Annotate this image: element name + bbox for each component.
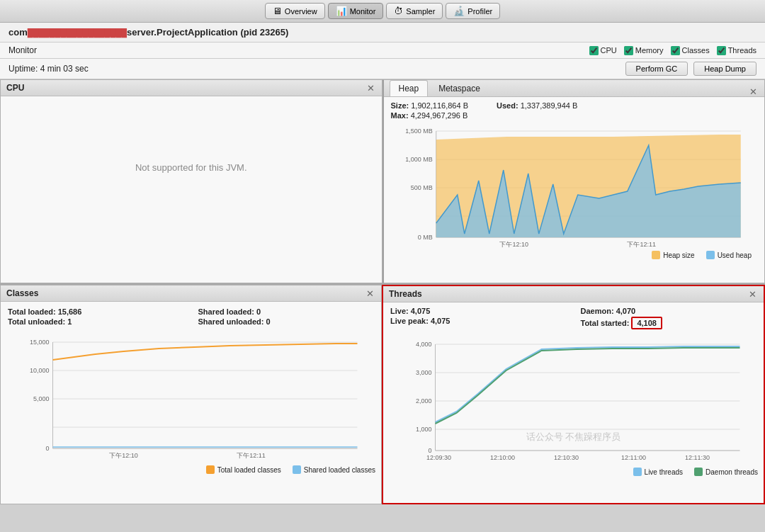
total-loaded-label: Total loaded: bbox=[8, 307, 56, 316]
toolbar-profiler-btn[interactable]: 🔬 Profiler bbox=[446, 3, 500, 19]
heap-panel-content: Size: 1,902,116,864 B Max: 4,294,967,296… bbox=[384, 97, 765, 266]
shared-loaded-label: Shared loaded: bbox=[198, 307, 254, 316]
svg-text:0: 0 bbox=[45, 445, 49, 452]
heap-chart: 1,500 MB 1,000 MB 500 MB 0 MB 下午12:10 下午… bbox=[391, 124, 758, 248]
cpu-checkbox[interactable] bbox=[589, 46, 599, 55]
total-started-label: Total started: bbox=[581, 319, 630, 327]
svg-text:15,000: 15,000 bbox=[30, 339, 50, 346]
threads-panel-title: Threads bbox=[389, 289, 422, 299]
tab-metaspace[interactable]: Metaspace bbox=[429, 80, 489, 96]
memory-checkbox-label: Memory bbox=[635, 46, 664, 55]
app-title: com██████████████████server.ProjectAppli… bbox=[8, 27, 288, 38]
tab-heap[interactable]: Heap bbox=[390, 80, 429, 96]
shared-unloaded-value: 0 bbox=[266, 317, 270, 326]
svg-text:2,000: 2,000 bbox=[416, 397, 432, 404]
toolbar-monitor-label: Monitor bbox=[350, 7, 376, 16]
cpu-checkbox-label: CPU bbox=[601, 46, 617, 55]
svg-text:下午12:10: 下午12:10 bbox=[499, 241, 528, 248]
heap-stat-right: Used: 1,337,389,944 B bbox=[497, 101, 577, 120]
monitor-label: Monitor bbox=[8, 45, 37, 55]
total-loaded-value: 15,686 bbox=[58, 307, 82, 316]
monitor-icon: 📊 bbox=[336, 6, 347, 16]
svg-text:下午12:11: 下午12:11 bbox=[237, 452, 266, 459]
svg-text:12:10:30: 12:10:30 bbox=[554, 454, 579, 461]
threads-checkbox[interactable] bbox=[717, 46, 726, 55]
svg-text:500 MB: 500 MB bbox=[410, 184, 432, 191]
shared-loaded-dot bbox=[293, 465, 301, 474]
classes-chart: 15,000 10,000 5,000 0 下午12:10 下午12:11 bbox=[6, 332, 375, 463]
perform-gc-button[interactable]: Perform GC bbox=[625, 62, 688, 76]
heap-panel: Heap Metaspace ✕ Size: 1,902,116,864 B M… bbox=[382, 79, 766, 283]
total-unloaded-value: 1 bbox=[67, 317, 72, 326]
profiler-icon: 🔬 bbox=[453, 6, 465, 16]
shared-classes-legend-label: Shared loaded classes bbox=[304, 466, 375, 474]
uptime-actions: Perform GC Heap Dump bbox=[625, 62, 756, 76]
toolbar-overview-label: Overview bbox=[285, 7, 317, 16]
legend-total-loaded: Total loaded classes bbox=[206, 465, 281, 474]
svg-text:1,000 MB: 1,000 MB bbox=[405, 156, 433, 163]
used-stat: Used: 1,337,389,944 B bbox=[497, 101, 577, 110]
toolbar-overview-btn[interactable]: 🖥 Overview bbox=[265, 3, 325, 19]
memory-checkbox[interactable] bbox=[624, 46, 633, 55]
memory-checkbox-item: Memory bbox=[624, 46, 664, 55]
legend-shared-loaded: Shared loaded classes bbox=[293, 465, 375, 474]
toolbar-sampler-label: Sampler bbox=[406, 7, 435, 16]
live-threads-dot bbox=[633, 468, 642, 476]
uptime-display: Uptime: 4 min 03 sec bbox=[8, 64, 89, 74]
cpu-panel-close[interactable]: ✕ bbox=[366, 84, 376, 93]
heap-legend: Heap size Used heap bbox=[391, 248, 758, 262]
used-heap-label: Used heap bbox=[718, 251, 752, 259]
checkboxes-group: CPU Memory Classes Threads bbox=[589, 46, 756, 55]
classes-panel-header: Classes ✕ bbox=[1, 285, 381, 302]
threads-panel: Threads ✕ Live: 4,075 Daemon: 4,070 Live… bbox=[382, 285, 765, 504]
threads-checkbox-item: Threads bbox=[717, 46, 756, 55]
heap-size-label: Heap size bbox=[663, 251, 694, 259]
svg-text:0: 0 bbox=[428, 447, 431, 454]
live-peak-label: Live peak: bbox=[390, 317, 429, 325]
svg-text:10,000: 10,000 bbox=[30, 367, 50, 374]
svg-text:1,500 MB: 1,500 MB bbox=[405, 128, 433, 135]
classes-panel: Classes ✕ Total loaded: 15,686 Shared lo… bbox=[0, 285, 382, 504]
daemon-threads-legend-label: Daemon threads bbox=[706, 468, 758, 476]
classes-checkbox[interactable] bbox=[671, 46, 680, 55]
toolbar: 🖥 Overview 📊 Monitor ⏱ Sampler 🔬 Profile… bbox=[0, 0, 765, 23]
heap-panel-close[interactable]: ✕ bbox=[748, 87, 759, 96]
heap-stats: Size: 1,902,116,864 B Max: 4,294,967,296… bbox=[391, 101, 758, 120]
shared-unloaded-label: Shared unloaded: bbox=[198, 317, 264, 326]
live-stat: Live: 4,075 bbox=[390, 307, 567, 315]
live-value: 4,075 bbox=[411, 307, 431, 315]
legend-live-threads: Live threads bbox=[633, 468, 683, 476]
bottom-row: Classes ✕ Total loaded: 15,686 Shared lo… bbox=[0, 285, 765, 504]
svg-text:5,000: 5,000 bbox=[33, 395, 50, 402]
svg-text:0 MB: 0 MB bbox=[417, 234, 432, 241]
classes-checkbox-item: Classes bbox=[671, 46, 710, 55]
daemon-value: 4,070 bbox=[616, 307, 636, 315]
total-started-value: 4,108 bbox=[631, 317, 662, 329]
threads-panel-close[interactable]: ✕ bbox=[747, 290, 758, 299]
shared-loaded-value: 0 bbox=[256, 307, 261, 316]
sampler-icon: ⏱ bbox=[394, 6, 403, 16]
heap-size-dot bbox=[652, 251, 660, 259]
used-label: Used: bbox=[497, 101, 518, 110]
max-label: Max: bbox=[391, 111, 409, 120]
total-unloaded-label: Total unloaded: bbox=[8, 317, 65, 326]
size-value: 1,902,116,864 B bbox=[411, 101, 468, 110]
toolbar-sampler-btn[interactable]: ⏱ Sampler bbox=[386, 3, 443, 19]
daemon-threads-dot bbox=[694, 468, 703, 476]
heap-dump-button[interactable]: Heap Dump bbox=[693, 62, 756, 76]
classes-panel-close[interactable]: ✕ bbox=[365, 289, 375, 298]
legend-daemon-threads: Daemon threads bbox=[694, 468, 758, 476]
heap-tabs: Heap Metaspace ✕ bbox=[384, 80, 765, 97]
svg-text:12:11:00: 12:11:00 bbox=[621, 454, 646, 461]
svg-text:12:11:30: 12:11:30 bbox=[685, 454, 710, 461]
toolbar-monitor-btn[interactable]: 📊 Monitor bbox=[328, 3, 384, 19]
uptime-label: Uptime: bbox=[8, 64, 38, 74]
total-started-stat: Total started: 4,108 bbox=[581, 317, 757, 329]
heap-stat-left: Size: 1,902,116,864 B Max: 4,294,967,296… bbox=[391, 101, 469, 120]
svg-text:4,000: 4,000 bbox=[416, 341, 432, 348]
title-bar: com██████████████████server.ProjectAppli… bbox=[0, 23, 765, 43]
max-stat: Max: 4,294,967,296 B bbox=[391, 111, 469, 120]
uptime-bar: Uptime: 4 min 03 sec Perform GC Heap Dum… bbox=[0, 59, 765, 79]
total-unloaded-stat: Total unloaded: 1 bbox=[8, 317, 184, 326]
shared-loaded-stat: Shared loaded: 0 bbox=[198, 307, 375, 316]
